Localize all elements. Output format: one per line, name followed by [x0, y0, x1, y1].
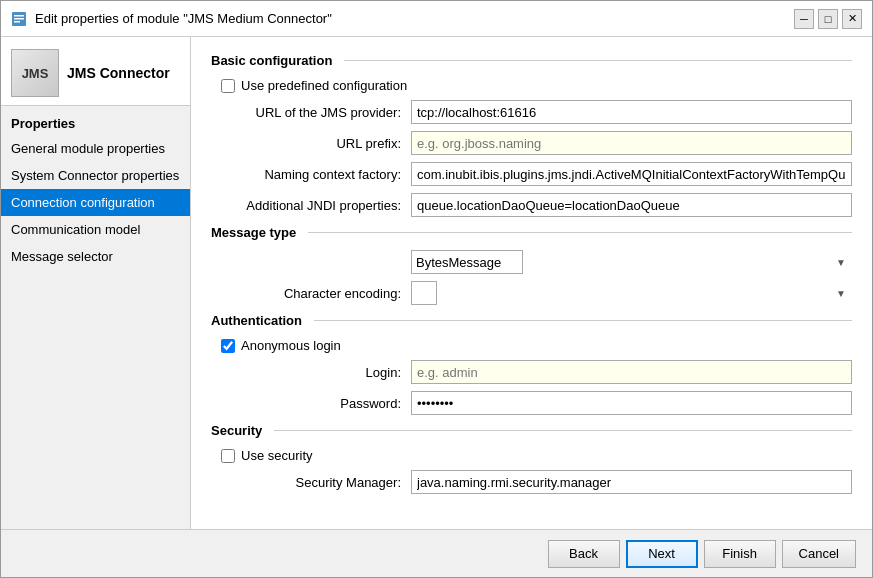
- window-icon: [11, 11, 27, 27]
- basic-config-title: Basic configuration: [211, 53, 852, 68]
- content-area: JMS JMS Connector Properties General mod…: [1, 37, 872, 529]
- naming-context-input[interactable]: [411, 162, 852, 186]
- back-button[interactable]: Back: [548, 540, 620, 568]
- login-row: Login:: [211, 360, 852, 384]
- login-label: Login:: [211, 365, 411, 380]
- message-type-select[interactable]: BytesMessage: [411, 250, 523, 274]
- use-security-label: Use security: [241, 448, 313, 463]
- password-label: Password:: [211, 396, 411, 411]
- cancel-button[interactable]: Cancel: [782, 540, 856, 568]
- use-predefined-checkbox[interactable]: [221, 79, 235, 93]
- svg-rect-1: [14, 15, 24, 17]
- naming-context-label: Naming context factory:: [211, 167, 411, 182]
- minimize-button[interactable]: ─: [794, 9, 814, 29]
- char-encoding-select-wrapper: [411, 281, 852, 305]
- url-prefix-input[interactable]: [411, 131, 852, 155]
- login-input[interactable]: [411, 360, 852, 384]
- sidebar-item-communication[interactable]: Communication model: [1, 216, 190, 243]
- connector-label: JMS Connector: [67, 65, 170, 81]
- main-panel: Basic configuration Use predefined confi…: [191, 37, 872, 529]
- use-security-row: Use security: [221, 448, 852, 463]
- sidebar-item-connection[interactable]: Connection configuration: [1, 189, 190, 216]
- sidebar-item-general[interactable]: General module properties: [1, 135, 190, 162]
- message-type-select-wrapper: BytesMessage: [411, 250, 852, 274]
- url-jms-label: URL of the JMS provider:: [211, 105, 411, 120]
- message-type-row: BytesMessage: [211, 250, 852, 274]
- anonymous-login-row: Anonymous login: [221, 338, 852, 353]
- jms-icon-text: JMS: [22, 66, 49, 81]
- password-input[interactable]: [411, 391, 852, 415]
- use-predefined-label: Use predefined configuration: [241, 78, 407, 93]
- use-security-checkbox[interactable]: [221, 449, 235, 463]
- svg-rect-2: [14, 18, 24, 20]
- additional-jndi-label: Additional JNDI properties:: [211, 198, 411, 213]
- security-manager-label: Security Manager:: [211, 475, 411, 490]
- sidebar-item-system[interactable]: System Connector properties: [1, 162, 190, 189]
- anonymous-login-checkbox[interactable]: [221, 339, 235, 353]
- window-title: Edit properties of module "JMS Medium Co…: [35, 11, 332, 26]
- url-jms-input[interactable]: [411, 100, 852, 124]
- security-manager-row: Security Manager:: [211, 470, 852, 494]
- sidebar-item-message[interactable]: Message selector: [1, 243, 190, 270]
- message-type-title: Message type: [211, 225, 852, 240]
- sidebar: JMS JMS Connector Properties General mod…: [1, 37, 191, 529]
- finish-button[interactable]: Finish: [704, 540, 776, 568]
- char-encoding-label: Character encoding:: [211, 286, 411, 301]
- url-prefix-row: URL prefix:: [211, 131, 852, 155]
- url-jms-row: URL of the JMS provider:: [211, 100, 852, 124]
- char-encoding-row: Character encoding:: [211, 281, 852, 305]
- title-bar-left: Edit properties of module "JMS Medium Co…: [11, 11, 332, 27]
- sidebar-header: JMS JMS Connector: [1, 37, 190, 106]
- main-window: Edit properties of module "JMS Medium Co…: [0, 0, 873, 578]
- char-encoding-select[interactable]: [411, 281, 437, 305]
- use-predefined-row: Use predefined configuration: [221, 78, 852, 93]
- next-button[interactable]: Next: [626, 540, 698, 568]
- authentication-title: Authentication: [211, 313, 852, 328]
- title-controls: ─ □ ✕: [794, 9, 862, 29]
- close-button[interactable]: ✕: [842, 9, 862, 29]
- naming-context-row: Naming context factory:: [211, 162, 852, 186]
- additional-jndi-row: Additional JNDI properties:: [211, 193, 852, 217]
- svg-rect-3: [14, 21, 20, 23]
- maximize-button[interactable]: □: [818, 9, 838, 29]
- properties-section-label: Properties: [1, 106, 190, 135]
- anonymous-login-label: Anonymous login: [241, 338, 341, 353]
- security-manager-input[interactable]: [411, 470, 852, 494]
- footer: Back Next Finish Cancel: [1, 529, 872, 577]
- password-row: Password:: [211, 391, 852, 415]
- jms-connector-icon: JMS: [11, 49, 59, 97]
- title-bar: Edit properties of module "JMS Medium Co…: [1, 1, 872, 37]
- additional-jndi-input[interactable]: [411, 193, 852, 217]
- url-prefix-label: URL prefix:: [211, 136, 411, 151]
- security-title: Security: [211, 423, 852, 438]
